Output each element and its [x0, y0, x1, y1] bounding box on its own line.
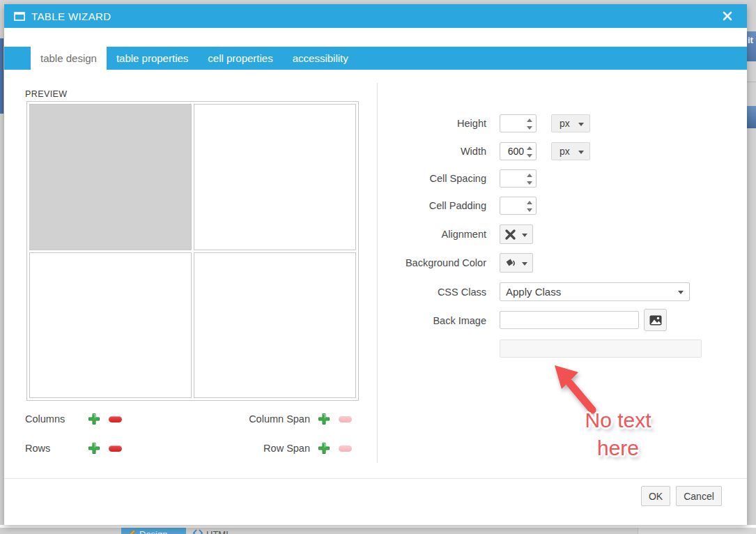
editor-bottom-right-area	[638, 528, 756, 534]
spin-down-icon[interactable]	[527, 154, 532, 158]
spin-up-icon[interactable]	[527, 201, 532, 204]
columns-control-row: Columns Column Span	[4, 411, 380, 427]
remove-column-icon[interactable]	[109, 416, 122, 422]
no-alignment-x-icon	[504, 229, 516, 241]
tab-cell-properties[interactable]: cell properties	[198, 47, 282, 70]
tab-table-properties[interactable]: table properties	[107, 47, 198, 70]
close-icon[interactable]	[722, 10, 733, 22]
background-left-element	[0, 38, 3, 114]
chevron-down-icon	[578, 123, 584, 126]
background-right-strip: it	[747, 0, 756, 534]
height-unit-select[interactable]: px	[551, 114, 590, 132]
back-image-secondary-field[interactable]	[500, 340, 702, 358]
chevron-down-icon	[678, 291, 684, 294]
paint-droplet-icon	[504, 257, 516, 269]
height-spinner	[527, 118, 533, 130]
cancel-button[interactable]: Cancel	[676, 486, 722, 506]
background-partial-button[interactable]: it	[747, 31, 756, 61]
spin-down-icon[interactable]	[527, 181, 532, 185]
width-label: Width	[394, 146, 486, 157]
tab-design[interactable]: Design	[121, 528, 186, 534]
preview-cell[interactable]	[194, 252, 356, 399]
code-icon	[193, 529, 203, 534]
annotation-text: No text here	[573, 406, 663, 462]
add-row-icon[interactable]	[87, 441, 101, 455]
annotation-line-2: here	[573, 434, 663, 462]
rows-control-row: Rows Row Span	[4, 440, 380, 457]
chevron-down-icon	[522, 234, 527, 237]
width-unit-value: px	[560, 146, 570, 157]
row-span-label: Row Span	[213, 440, 310, 457]
background-partial-button-2[interactable]	[747, 106, 756, 128]
remove-row-icon[interactable]	[109, 445, 122, 452]
spin-down-icon[interactable]	[527, 208, 532, 212]
rows-label: Rows	[25, 440, 50, 457]
tab-accessibility[interactable]: accessibility	[283, 47, 358, 70]
annotation-line-1: No text	[573, 406, 663, 434]
preview-cell[interactable]	[29, 104, 192, 250]
pencil-icon	[128, 529, 136, 534]
cell-padding-label: Cell Padding	[394, 200, 486, 211]
spin-up-icon[interactable]	[527, 174, 532, 177]
cell-spacing-spinner	[527, 173, 533, 185]
increase-row-span-icon[interactable]	[317, 441, 331, 455]
alignment-label: Alignment	[394, 229, 486, 240]
css-class-value: Apply Class	[506, 286, 561, 298]
dialog-tabstrip: table design table properties cell prope…	[4, 47, 747, 70]
image-picker-button[interactable]	[644, 309, 667, 331]
increase-column-span-icon[interactable]	[317, 412, 331, 426]
window-icon	[14, 12, 25, 21]
background-color-label: Background Color	[394, 257, 486, 268]
height-unit-value: px	[560, 118, 570, 129]
cell-padding-spinner	[527, 200, 533, 213]
chevron-down-icon	[578, 151, 584, 154]
height-label: Height	[394, 118, 486, 129]
preview-heading: PREVIEW	[25, 89, 67, 99]
column-divider	[377, 83, 378, 463]
footer-divider	[4, 478, 747, 479]
spin-up-icon[interactable]	[527, 146, 532, 150]
css-class-select[interactable]: Apply Class	[500, 282, 690, 301]
table-preview-grid	[26, 101, 359, 401]
preview-cell[interactable]	[29, 252, 192, 399]
alignment-picker-button[interactable]	[500, 224, 533, 244]
spin-up-icon[interactable]	[527, 119, 532, 122]
columns-label: Columns	[25, 411, 65, 427]
css-class-label: CSS Class	[394, 287, 486, 298]
width-spinner	[527, 146, 533, 158]
editor-view-tabs: Design HTML	[0, 528, 756, 534]
preview-cell[interactable]	[194, 104, 356, 250]
back-image-input[interactable]	[500, 311, 639, 329]
dialog-titlebar: TABLE WIZARD	[4, 4, 747, 28]
ok-button[interactable]: OK	[641, 486, 670, 506]
back-image-label: Back Image	[394, 315, 486, 326]
chevron-down-icon	[522, 262, 527, 266]
decrease-column-span-icon[interactable]	[339, 416, 352, 422]
background-color-picker-button[interactable]	[500, 253, 533, 273]
tab-html[interactable]: HTML	[186, 528, 240, 534]
spin-down-icon[interactable]	[527, 126, 532, 130]
editor-bottom-bar: Design HTML	[0, 525, 756, 534]
decrease-row-span-icon[interactable]	[339, 445, 352, 452]
tab-design-label: Design	[139, 529, 167, 534]
add-column-icon[interactable]	[87, 412, 101, 426]
width-unit-select[interactable]: px	[551, 142, 590, 160]
cell-spacing-label: Cell Spacing	[394, 173, 486, 184]
tab-table-design[interactable]: table design	[31, 47, 107, 70]
column-span-label: Column Span	[213, 411, 310, 427]
tab-html-label: HTML	[206, 529, 231, 534]
dialog-title: TABLE WIZARD	[31, 10, 111, 22]
image-icon	[649, 315, 662, 326]
background-divider	[747, 82, 756, 82]
